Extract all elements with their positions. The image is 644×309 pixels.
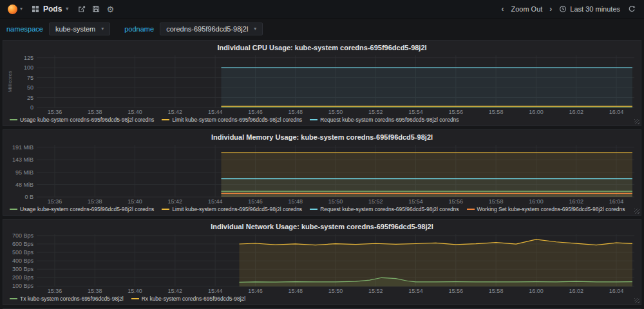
- svg-text:15:46: 15:46: [248, 109, 263, 115]
- legend-item[interactable]: Rx kube-system coredns-695f96dcd5-98j2l: [131, 295, 246, 302]
- legend-series-color-dash: [310, 209, 317, 210]
- panel-network-usage: Individual Network Usage: kube-system co…: [3, 219, 641, 305]
- svg-text:700 Bps: 700 Bps: [12, 232, 34, 239]
- time-controls: ‹ Zoom Out › Last 30 minutes: [498, 5, 639, 14]
- cpu-chart-legend: Usage kube-system coredns-695f96dcd5-98j…: [6, 116, 638, 125]
- save-icon: [92, 5, 100, 13]
- caret-down-icon: ▾: [66, 6, 68, 12]
- svg-text:15:38: 15:38: [88, 109, 102, 115]
- variable-dropdown-podname[interactable]: coredns-695f96dcd5-98j2l ▾: [160, 23, 263, 35]
- svg-text:0 B: 0 B: [24, 194, 33, 200]
- grafana-logo-icon: [8, 5, 17, 14]
- variable-value-podname: coredns-695f96dcd5-98j2l: [166, 25, 248, 33]
- svg-text:15:58: 15:58: [489, 198, 504, 205]
- svg-text:15:42: 15:42: [168, 109, 183, 115]
- share-button[interactable]: [75, 5, 89, 13]
- svg-text:75: 75: [27, 75, 33, 81]
- panel-resize-handle[interactable]: [634, 119, 639, 124]
- legend-series-color-dash: [10, 209, 17, 210]
- svg-text:15:54: 15:54: [408, 198, 423, 205]
- panel-title-cpu[interactable]: Individual CPU Usage: kube-system coredn…: [6, 42, 638, 53]
- svg-text:15:52: 15:52: [368, 109, 383, 115]
- svg-text:16:00: 16:00: [529, 288, 544, 294]
- variable-label-podname: podname: [124, 25, 154, 33]
- svg-text:15:58: 15:58: [489, 109, 504, 115]
- svg-text:15:42: 15:42: [168, 288, 183, 294]
- network-usage-chart[interactable]: 15:3615:3815:4015:4215:4415:4615:4815:50…: [6, 232, 639, 295]
- legend-item[interactable]: Usage kube-system coredns-695f96dcd5-98j…: [10, 206, 154, 212]
- time-shift-back-button[interactable]: ‹: [498, 5, 506, 14]
- clock-icon: [559, 5, 567, 13]
- svg-text:16:02: 16:02: [569, 288, 583, 294]
- svg-text:15:50: 15:50: [328, 288, 343, 294]
- panel-resize-handle[interactable]: [634, 209, 639, 214]
- svg-text:15:50: 15:50: [328, 109, 343, 115]
- variable-dropdown-namespace[interactable]: kube-system ▾: [49, 23, 110, 35]
- legend-item[interactable]: Request kube-system coredns-695f96dcd5-9…: [310, 117, 459, 123]
- svg-text:50: 50: [27, 84, 33, 91]
- svg-text:15:56: 15:56: [449, 109, 464, 115]
- gear-icon: ⚙: [106, 5, 114, 14]
- cpu-usage-chart[interactable]: 15:3615:3815:4015:4215:4415:4615:4815:50…: [6, 53, 639, 116]
- svg-text:15:36: 15:36: [48, 198, 62, 205]
- svg-text:15:54: 15:54: [408, 288, 423, 294]
- svg-text:15:46: 15:46: [248, 198, 263, 205]
- legend-item[interactable]: Tx kube-system coredns-695f96dcd5-98j2l: [10, 295, 124, 302]
- svg-text:15:54: 15:54: [408, 109, 423, 115]
- svg-text:15:46: 15:46: [248, 288, 263, 294]
- svg-text:15:40: 15:40: [128, 288, 142, 294]
- refresh-icon: [628, 5, 636, 13]
- network-chart-legend: Tx kube-system coredns-695f96dcd5-98j2lR…: [6, 295, 638, 304]
- panel-title-memory[interactable]: Individual Memory Usage: kube-system cor…: [6, 131, 638, 142]
- zoom-out-label: Zoom Out: [511, 5, 542, 13]
- legend-item[interactable]: Working Set kube-system coredns-695f96dc…: [467, 206, 625, 212]
- grafana-logo-button[interactable]: ▾: [5, 5, 25, 14]
- panel-resize-handle[interactable]: [634, 298, 639, 303]
- caret-down-icon: ▾: [20, 6, 23, 12]
- template-variables-row: namespace kube-system ▾ podname coredns-…: [0, 19, 644, 39]
- svg-text:25: 25: [27, 95, 33, 101]
- svg-text:191 MiB: 191 MiB: [12, 144, 33, 151]
- panel-memory-usage: Individual Memory Usage: kube-system cor…: [3, 129, 641, 216]
- svg-text:15:56: 15:56: [449, 198, 464, 205]
- svg-text:15:48: 15:48: [288, 109, 303, 115]
- svg-text:95 MiB: 95 MiB: [15, 169, 33, 176]
- time-range-label: Last 30 minutes: [570, 5, 620, 13]
- legend-item[interactable]: Limit kube-system coredns-695f96dcd5-98j…: [162, 117, 302, 123]
- zoom-out-button[interactable]: Zoom Out: [507, 5, 545, 13]
- svg-text:15:44: 15:44: [208, 198, 223, 205]
- caret-down-icon: ▾: [254, 26, 256, 32]
- svg-text:15:40: 15:40: [128, 109, 142, 115]
- svg-text:15:48: 15:48: [288, 288, 303, 294]
- legend-item[interactable]: Usage kube-system coredns-695f96dcd5-98j…: [10, 117, 154, 123]
- svg-text:16:04: 16:04: [609, 288, 624, 294]
- settings-button[interactable]: ⚙: [103, 5, 117, 14]
- svg-text:16:00: 16:00: [529, 109, 544, 115]
- svg-text:Millicores: Millicores: [7, 71, 13, 92]
- legend-series-color-dash: [10, 298, 17, 299]
- refresh-button[interactable]: [625, 5, 639, 13]
- memory-chart-legend: Usage kube-system coredns-695f96dcd5-98j…: [6, 205, 638, 214]
- legend-series-color-dash: [310, 119, 317, 120]
- variable-podname: podname coredns-695f96dcd5-98j2l ▾: [124, 23, 263, 35]
- svg-text:500 Bps: 500 Bps: [12, 249, 34, 256]
- legend-series-color-dash: [131, 298, 139, 299]
- svg-text:15:42: 15:42: [168, 198, 183, 205]
- dashboard-picker[interactable]: Pods ▾: [25, 5, 75, 14]
- time-shift-forward-button[interactable]: ›: [547, 5, 554, 14]
- svg-text:143 MiB: 143 MiB: [12, 156, 33, 163]
- svg-text:15:38: 15:38: [88, 198, 102, 205]
- legend-item[interactable]: Limit kube-system coredns-695f96dcd5-98j…: [162, 206, 302, 212]
- dashboard-grid-icon: [32, 5, 39, 13]
- svg-text:16:04: 16:04: [609, 109, 624, 115]
- panel-cpu-usage: Individual CPU Usage: kube-system coredn…: [3, 40, 641, 126]
- panel-title-network[interactable]: Individual Network Usage: kube-system co…: [6, 221, 638, 232]
- svg-text:600 Bps: 600 Bps: [12, 241, 34, 247]
- svg-text:100 Bps: 100 Bps: [12, 283, 34, 289]
- time-range-button[interactable]: Last 30 minutes: [556, 5, 623, 13]
- memory-usage-chart[interactable]: 15:3615:3815:4015:4215:4415:4615:4815:50…: [6, 142, 639, 205]
- legend-item[interactable]: Request kube-system coredns-695f96dcd5-9…: [310, 206, 459, 212]
- save-button[interactable]: [89, 5, 103, 13]
- svg-text:0: 0: [30, 104, 33, 111]
- caret-down-icon: ▾: [101, 26, 104, 32]
